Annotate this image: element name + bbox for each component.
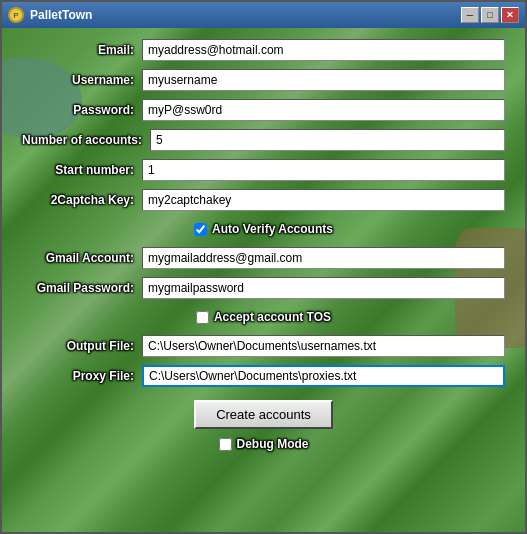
accept-tos-label: Accept account TOS [214, 310, 331, 324]
num-accounts-row: Number of accounts: [22, 128, 505, 152]
username-field[interactable] [142, 69, 505, 91]
title-buttons: ─ □ ✕ [461, 7, 519, 23]
window-title: PalletTown [30, 8, 92, 22]
num-accounts-label: Number of accounts: [22, 133, 150, 147]
title-bar-left: P PalletTown [8, 7, 92, 23]
output-file-label: Output File: [22, 339, 142, 353]
gmail-account-label: Gmail Account: [22, 251, 142, 265]
start-number-label: Start number: [22, 163, 142, 177]
debug-mode-checkbox[interactable] [219, 438, 232, 451]
proxy-file-field[interactable] [142, 365, 505, 387]
email-label: Email: [22, 43, 142, 57]
num-accounts-field[interactable] [150, 129, 505, 151]
app-icon: P [8, 7, 24, 23]
email-row: Email: [22, 38, 505, 62]
create-accounts-button[interactable]: Create accounts [194, 400, 333, 429]
captcha-key-field[interactable] [142, 189, 505, 211]
password-label: Password: [22, 103, 142, 117]
close-button[interactable]: ✕ [501, 7, 519, 23]
password-row: Password: [22, 98, 505, 122]
debug-mode-label: Debug Mode [237, 437, 309, 451]
gmail-password-row: Gmail Password: [22, 276, 505, 300]
username-row: Username: [22, 68, 505, 92]
proxy-file-label: Proxy File: [22, 369, 142, 383]
output-file-row: Output File: [22, 334, 505, 358]
bottom-section: Create accounts Debug Mode [22, 394, 505, 471]
gmail-password-field[interactable] [142, 277, 505, 299]
proxy-file-row: Proxy File: [22, 364, 505, 388]
gmail-password-label: Gmail Password: [22, 281, 142, 295]
captcha-key-label: 2Captcha Key: [22, 193, 142, 207]
form-container: Email: Username: Password: Number of acc… [2, 38, 525, 471]
accept-tos-checkbox[interactable] [196, 311, 209, 324]
title-bar: P PalletTown ─ □ ✕ [2, 2, 525, 28]
start-number-field[interactable] [142, 159, 505, 181]
main-content: Email: Username: Password: Number of acc… [2, 28, 525, 532]
username-label: Username: [22, 73, 142, 87]
gmail-account-row: Gmail Account: [22, 246, 505, 270]
start-number-row: Start number: [22, 158, 505, 182]
auto-verify-row: Auto Verify Accounts [22, 218, 505, 240]
main-window: P PalletTown ─ □ ✕ Email: Username: [0, 0, 527, 534]
captcha-key-row: 2Captcha Key: [22, 188, 505, 212]
maximize-button[interactable]: □ [481, 7, 499, 23]
accept-tos-row: Accept account TOS [22, 306, 505, 328]
password-field[interactable] [142, 99, 505, 121]
gmail-account-field[interactable] [142, 247, 505, 269]
auto-verify-label: Auto Verify Accounts [212, 222, 333, 236]
debug-mode-row: Debug Mode [219, 433, 309, 455]
auto-verify-checkbox[interactable] [194, 223, 207, 236]
minimize-button[interactable]: ─ [461, 7, 479, 23]
email-field[interactable] [142, 39, 505, 61]
output-file-field[interactable] [142, 335, 505, 357]
